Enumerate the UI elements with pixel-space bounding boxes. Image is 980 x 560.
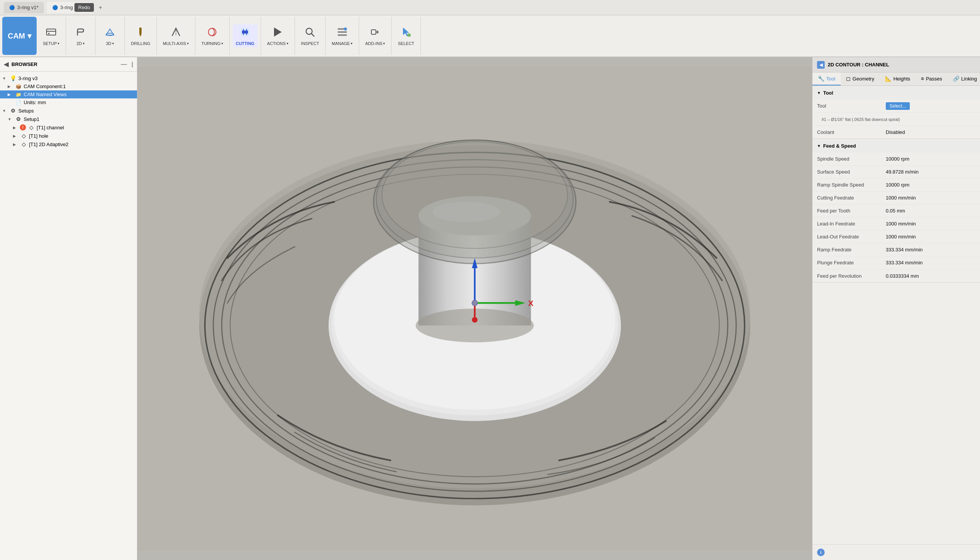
toolbar-group-select: SELECT — [392, 17, 421, 55]
toolbar-group-addins: ADD-INS ▾ — [359, 17, 392, 55]
setup-icon — [45, 26, 57, 40]
select-label: SELECT — [398, 41, 414, 46]
passes-tab-label: Passes — [926, 76, 942, 82]
cutting-feedrate-label: Cutting Feedrate — [817, 195, 886, 201]
expand-named-views[interactable]: ▶ — [8, 92, 13, 97]
2d-icon — [74, 26, 87, 40]
expand-cam-component[interactable]: ▶ — [8, 84, 13, 88]
browser-header: ◀ BROWSER — | — [0, 57, 137, 72]
turning-button[interactable]: TURNING ▾ — [199, 24, 226, 47]
expand-setups[interactable]: ▼ — [2, 109, 8, 113]
tree-item-root[interactable]: ▼ 💡 3-ring v3 — [0, 74, 137, 82]
inspect-button[interactable]: INSPECT — [298, 24, 322, 47]
expand-setup1[interactable]: ▼ — [8, 117, 13, 121]
cutting-button[interactable]: CUTTING — [233, 24, 257, 47]
geometry-tab-icon: ◻ — [846, 75, 851, 82]
svg-rect-22 — [407, 33, 411, 37]
tree-item-hole[interactable]: ▶ ◇ [T1] hole — [0, 132, 137, 140]
expand-channel[interactable]: ▶ — [13, 125, 18, 130]
spindle-speed-label: Spindle Speed — [817, 156, 886, 162]
svg-point-2 — [48, 33, 50, 34]
tree-label-units: Units: mm — [23, 100, 46, 105]
panel-collapse-btn[interactable]: ◀ — [817, 61, 825, 69]
tree-item-cam-component[interactable]: ▶ 📦 CAM Component:1 — [0, 82, 137, 90]
multiaxis-button[interactable]: MULTI-AXIS ▾ — [160, 24, 192, 47]
ramp-feedrate-value: 333.334 mm/min — [886, 247, 975, 253]
tab-linking[interactable]: 🔗 Linking — [948, 72, 980, 85]
cutting-feedrate-value: 1000 mm/min — [886, 195, 975, 201]
linking-tab-label: Linking — [961, 76, 977, 82]
surface-speed-row: Surface Speed 49.8728 m/min — [813, 165, 980, 178]
tab-passes[interactable]: ≡ Passes — [915, 72, 948, 85]
svg-rect-0 — [47, 29, 56, 35]
select-button[interactable]: SELECT — [395, 24, 417, 47]
tree-item-units[interactable]: 📄 Units: mm — [0, 98, 137, 107]
info-icon: i — [817, 548, 825, 556]
hole-icon: ◇ — [20, 133, 27, 139]
feed-per-tooth-value: 0.05 mm — [886, 208, 975, 213]
tool-section-title: Tool — [823, 90, 833, 96]
heights-tab-icon: 📐 — [885, 75, 892, 82]
tab-geometry[interactable]: ◻ Geometry — [841, 72, 880, 85]
browser-pin-btn[interactable]: | — [132, 61, 133, 68]
drilling-button[interactable]: DRILLING — [128, 24, 154, 47]
tree-label-2d-adaptive: [T1] 2D Adaptive2 — [29, 142, 68, 147]
surface-speed-label: Surface Speed — [817, 169, 886, 175]
lead-out-label: Lead-Out Feedrate — [817, 234, 886, 240]
svg-point-48 — [472, 317, 478, 323]
plunge-feedrate-value: 333.334 mm/min — [886, 260, 975, 265]
toolbar-group-2d: 2D ▾ — [66, 17, 95, 55]
viewport[interactable]: X — [137, 57, 812, 560]
tree-item-setup1[interactable]: ▼ ⚙ Setup1 — [0, 115, 137, 123]
svg-point-17 — [344, 27, 347, 30]
svg-point-39 — [382, 142, 568, 248]
multiaxis-icon — [170, 26, 182, 40]
tree-item-cam-named-views[interactable]: ▶ 📁 CAM Named Views — [0, 90, 137, 98]
toolbar-group-setup: SETUP ▾ — [37, 17, 66, 55]
heights-tab-label: Heights — [893, 76, 910, 82]
cam-menu[interactable]: CAM ▾ — [2, 17, 37, 55]
turning-icon — [206, 26, 218, 40]
feed-per-rev-label: Feed per Revolution — [817, 273, 886, 279]
add-tab-button[interactable]: + — [95, 3, 105, 13]
expand-root[interactable]: ▼ — [2, 76, 8, 80]
tree-item-2d-adaptive[interactable]: ▶ ◇ [T1] 2D Adaptive2 — [0, 140, 137, 148]
tool-tab-icon: 🔧 — [818, 75, 824, 82]
expand-hole[interactable]: ▶ — [13, 134, 18, 138]
lead-in-label: Lead-In Feedrate — [817, 221, 886, 227]
manage-button[interactable]: MANAGE ▾ — [329, 24, 356, 47]
svg-rect-8 — [242, 30, 248, 33]
main-layout: ◀ BROWSER — | ▼ 💡 3-ring v3 ▶ 📦 CAM Comp… — [0, 57, 980, 560]
tab-heights[interactable]: 📐 Heights — [880, 72, 915, 85]
tree-label-setup1: Setup1 — [23, 117, 39, 122]
toolbar-group-inspect: INSPECT — [295, 17, 326, 55]
tree-item-setups[interactable]: ▼ ⚙ Setups — [0, 107, 137, 115]
cutting-label: CUTTING — [236, 41, 255, 46]
addins-label: ADD-INS ▾ — [365, 41, 385, 46]
browser-back-btn[interactable]: ◀ — [4, 61, 8, 68]
scene-svg: X — [137, 57, 812, 560]
actions-icon — [272, 26, 284, 40]
feed-speed-header[interactable]: ▼ Feed & Speed — [813, 139, 980, 153]
2d-button[interactable]: 2D ▾ — [69, 24, 92, 47]
svg-rect-16 — [338, 34, 347, 36]
tree-item-channel[interactable]: ▶ ! ◇ [T1] channel — [0, 123, 137, 132]
3d-button[interactable]: 3D ▾ — [99, 24, 121, 47]
expand-2d-adaptive[interactable]: ▶ — [13, 142, 18, 147]
ramp-spindle-speed-row: Ramp Spindle Speed 10000 rpm — [813, 178, 980, 192]
toolbar-group-multiaxis: MULTI-AXIS ▾ — [157, 17, 195, 55]
select-tool-button[interactable]: Select... — [886, 102, 910, 110]
setup-button[interactable]: SETUP ▾ — [40, 24, 63, 47]
tool-section-header[interactable]: ▼ Tool — [813, 86, 980, 100]
actions-button[interactable]: ACTIONS ▾ — [264, 24, 292, 47]
tab-tool[interactable]: 🔧 Tool — [813, 72, 841, 85]
cam-arrow: ▾ — [27, 31, 31, 40]
browser-collapse-btn[interactable]: — — [121, 61, 127, 68]
feed-speed-section: ▼ Feed & Speed Spindle Speed 10000 rpm S… — [813, 139, 980, 283]
plunge-feedrate-label: Plunge Feedrate — [817, 260, 886, 265]
spindle-speed-value: 10000 rpm — [886, 156, 975, 162]
cutting-feedrate-row: Cutting Feedrate 1000 mm/min — [813, 192, 980, 205]
tab-3ring-v1[interactable]: 🔵 3-ring v1* — [4, 2, 44, 13]
feed-per-rev-value: 0.0333334 mm — [886, 273, 975, 279]
addins-button[interactable]: ADD-INS ▾ — [362, 24, 388, 47]
